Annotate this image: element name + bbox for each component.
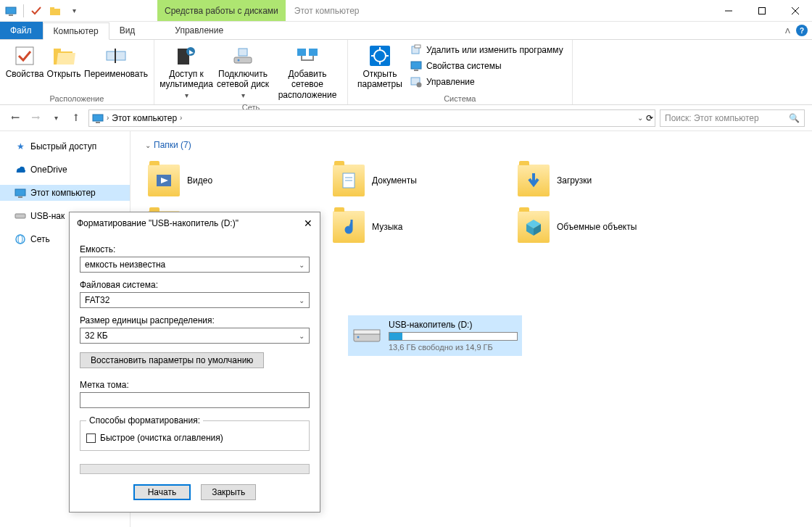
forward-button[interactable]: 🠖 bbox=[28, 110, 44, 126]
tab-view[interactable]: Вид bbox=[109, 22, 146, 39]
svg-rect-16 bbox=[234, 57, 252, 63]
format-dialog: Форматирование "USB-накопитель (D:)" ✕ Е… bbox=[69, 212, 320, 513]
svg-rect-10 bbox=[54, 49, 61, 52]
tab-computer[interactable]: Компьютер bbox=[43, 22, 109, 40]
address-dropdown-icon[interactable]: ⌄ bbox=[637, 114, 643, 122]
tab-file[interactable]: Файл bbox=[0, 22, 43, 39]
format-progress-bar bbox=[80, 464, 310, 474]
folder-3d-objects[interactable]: Объемные объекты bbox=[515, 204, 700, 250]
volume-label-input[interactable] bbox=[80, 392, 310, 408]
search-box[interactable]: Поиск: Этот компьютер 🔍 bbox=[660, 109, 805, 127]
close-button[interactable] bbox=[779, 0, 812, 21]
capacity-select[interactable]: емкость неизвестна⌄ bbox=[80, 257, 310, 273]
svg-rect-36 bbox=[18, 196, 22, 198]
ribbon-tabs: Файл Компьютер Вид Управление ᐱ ? bbox=[0, 22, 812, 40]
svg-rect-18 bbox=[239, 49, 247, 56]
folder-music[interactable]: Музыка bbox=[330, 204, 515, 250]
svg-rect-33 bbox=[93, 115, 103, 121]
help-icon[interactable]: ? bbox=[796, 25, 808, 36]
properties-button[interactable]: Свойства bbox=[6, 43, 44, 80]
ribbon: Свойства Открыть Переименовать Расположе… bbox=[0, 40, 812, 105]
open-settings-button[interactable]: Открыть параметры bbox=[354, 43, 406, 91]
dialog-close-button[interactable]: ✕ bbox=[304, 217, 312, 229]
nav-quick-access[interactable]: ★ Быстрый доступ bbox=[0, 138, 130, 154]
collapse-ribbon-icon[interactable]: ᐱ bbox=[785, 27, 790, 35]
filesystem-select[interactable]: FAT32⌄ bbox=[80, 292, 310, 308]
address-box[interactable]: › Этот компьютер › ⌄ ⟳ bbox=[88, 109, 655, 127]
computer-icon bbox=[92, 112, 104, 124]
start-button[interactable]: Начать bbox=[133, 484, 191, 500]
qat-dropdown-icon[interactable]: ▾ bbox=[66, 3, 82, 19]
svg-rect-2 bbox=[50, 9, 60, 15]
title-bar: ▾ Средства работы с дисками Этот компьют… bbox=[0, 0, 812, 22]
map-drive-label: Подключить сетевой диск bbox=[215, 69, 270, 90]
svg-rect-34 bbox=[96, 122, 100, 123]
up-button[interactable]: 🠕 bbox=[68, 110, 84, 126]
folders-section-header[interactable]: ⌄ Папки (7) bbox=[145, 140, 798, 150]
folder-downloads[interactable]: Загрузки bbox=[515, 157, 700, 204]
chevron-right-icon[interactable]: › bbox=[107, 114, 109, 122]
properties-label: Свойства bbox=[6, 69, 44, 79]
properties-check-icon[interactable] bbox=[28, 3, 44, 19]
chevron-down-icon: ▾ bbox=[185, 91, 188, 100]
svg-rect-19 bbox=[297, 49, 306, 56]
ribbon-group-system: Открыть параметры Удалить или изменить п… bbox=[348, 40, 573, 104]
add-netloc-button[interactable]: Добавить сетевое расположение bbox=[273, 43, 341, 101]
media-access-label: Доступ к мультимедиа bbox=[160, 69, 213, 90]
allocation-select[interactable]: 32 КБ⌄ bbox=[80, 328, 310, 344]
dialog-title-text: Форматирование "USB-накопитель (D:)" bbox=[77, 218, 239, 228]
chevron-right-icon[interactable]: › bbox=[180, 114, 182, 122]
quick-format-checkbox[interactable]: Быстрое (очистка оглавления) bbox=[86, 433, 303, 443]
drive-usb[interactable]: USB-накопитель (D:) 13,6 ГБ свободно из … bbox=[348, 315, 522, 356]
svg-rect-29 bbox=[411, 62, 421, 69]
window-title: Этот компьютер bbox=[286, 0, 712, 21]
drive-usage-bar bbox=[389, 332, 518, 341]
folder-documents[interactable]: Документы bbox=[330, 157, 515, 204]
maximize-button[interactable] bbox=[745, 0, 779, 21]
chevron-down-icon: ▾ bbox=[241, 91, 245, 100]
refresh-icon[interactable]: ⟳ bbox=[646, 113, 653, 123]
group-system-label: Система bbox=[354, 93, 566, 103]
close-button[interactable]: Закрыть bbox=[201, 484, 256, 500]
drive-free-text: 13,6 ГБ свободно из 14,9 ГБ bbox=[389, 343, 518, 352]
manage-button[interactable]: Управление bbox=[407, 75, 566, 89]
folder-icon bbox=[518, 165, 550, 196]
folder-video[interactable]: Видео bbox=[145, 157, 330, 204]
chevron-down-icon: ⌄ bbox=[145, 141, 151, 149]
drive-name: USB-накопитель (D:) bbox=[389, 320, 518, 330]
sys-props-button[interactable]: Свойства системы bbox=[407, 59, 566, 73]
map-drive-button[interactable]: Подключить сетевой диск▾ bbox=[214, 43, 272, 101]
minimize-button[interactable] bbox=[712, 0, 745, 21]
uninstall-button[interactable]: Удалить или изменить программу bbox=[407, 43, 566, 57]
group-location-label: Расположение bbox=[6, 93, 148, 103]
tab-manage[interactable]: Управление bbox=[165, 22, 234, 39]
computer-icon[interactable] bbox=[3, 3, 19, 19]
svg-point-50 bbox=[357, 336, 360, 339]
add-netloc-label: Добавить сетевое расположение bbox=[275, 69, 340, 100]
search-placeholder: Поиск: Этот компьютер bbox=[665, 113, 759, 123]
format-options-group: Способы форматирования: Быстрое (очистка… bbox=[80, 415, 310, 451]
filesystem-label: Файловая система: bbox=[80, 280, 310, 290]
usb-drive-icon bbox=[14, 210, 26, 222]
chevron-down-icon: ⌄ bbox=[299, 261, 304, 269]
svg-point-32 bbox=[417, 83, 422, 88]
folder-icon bbox=[333, 165, 365, 196]
search-icon[interactable]: 🔍 bbox=[789, 113, 800, 123]
nav-this-pc[interactable]: Этот компьютер bbox=[0, 185, 130, 201]
media-access-button[interactable]: Доступ к мультимедиа▾ bbox=[160, 43, 212, 101]
breadcrumb-thispc[interactable]: Этот компьютер bbox=[112, 113, 177, 123]
svg-point-17 bbox=[238, 59, 240, 62]
restore-defaults-button[interactable]: Восстановить параметры по умолчанию bbox=[80, 352, 264, 368]
nav-onedrive[interactable]: OneDrive bbox=[0, 162, 130, 178]
svg-rect-1 bbox=[9, 14, 13, 16]
manage-label: Управление bbox=[426, 77, 475, 87]
back-button[interactable]: 🠔 bbox=[7, 110, 23, 126]
open-folder-icon[interactable] bbox=[47, 3, 63, 19]
svg-point-38 bbox=[16, 235, 25, 244]
format-options-legend: Способы форматирования: bbox=[86, 415, 203, 426]
rename-button[interactable]: Переименовать bbox=[84, 43, 148, 80]
open-button[interactable]: Открыть bbox=[45, 43, 83, 80]
network-icon bbox=[14, 233, 26, 245]
svg-rect-0 bbox=[6, 7, 16, 14]
history-dropdown-icon[interactable]: ▾ bbox=[48, 110, 64, 126]
